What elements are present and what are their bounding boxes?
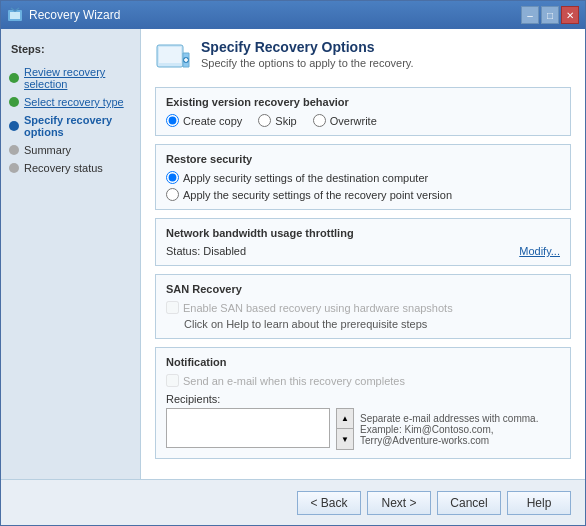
window-icon xyxy=(7,7,23,23)
back-button[interactable]: < Back xyxy=(297,491,361,515)
status-value: Disabled xyxy=(203,245,246,257)
san-recovery-checkbox-label: Enable SAN based recovery using hardware… xyxy=(183,302,453,314)
radio-apply-recovery-point[interactable]: Apply the security settings of the recov… xyxy=(166,188,560,201)
notification-checkbox[interactable]: Send an e-mail when this recovery comple… xyxy=(166,374,560,387)
sidebar-item-recovery-status[interactable]: Recovery status xyxy=(1,159,140,177)
recipients-row: ▲ ▼ Separate e-mail addresses with comma… xyxy=(166,408,560,450)
sidebar-item-label-recovery-status: Recovery status xyxy=(24,162,103,174)
minimize-button[interactable]: – xyxy=(521,6,539,24)
notification-checkbox-input[interactable] xyxy=(166,374,179,387)
sidebar-item-label-select-type[interactable]: Select recovery type xyxy=(24,96,124,108)
recipients-hint-line1: Separate e-mail addresses with comma. xyxy=(360,413,560,424)
title-bar: Recovery Wizard – □ ✕ xyxy=(1,1,585,29)
network-bandwidth-status: Status: Disabled xyxy=(166,245,246,257)
restore-security-title: Restore security xyxy=(166,153,560,165)
next-button[interactable]: Next > xyxy=(367,491,431,515)
page-subtitle: Specify the options to apply to the reco… xyxy=(201,57,414,69)
radio-apply-destination-label: Apply security settings of the destinati… xyxy=(183,172,428,184)
maximize-button[interactable]: □ xyxy=(541,6,559,24)
recipients-label: Recipients: xyxy=(166,393,560,405)
sidebar-item-review[interactable]: Review recovery selection xyxy=(1,63,140,93)
sidebar-item-select-type[interactable]: Select recovery type xyxy=(1,93,140,111)
window-title: Recovery Wizard xyxy=(29,8,120,22)
existing-version-title: Existing version recovery behavior xyxy=(166,96,560,108)
close-button[interactable]: ✕ xyxy=(561,6,579,24)
radio-skip[interactable]: Skip xyxy=(258,114,296,127)
help-button[interactable]: Help xyxy=(507,491,571,515)
notification-section: Notification Send an e-mail when this re… xyxy=(155,347,571,459)
recipients-textarea[interactable] xyxy=(166,408,330,448)
recipients-hint-line2: Example: Kim@Contoso.com, Terry@Adventur… xyxy=(360,424,560,446)
sidebar-item-label-review[interactable]: Review recovery selection xyxy=(24,66,130,90)
san-recovery-checkbox-input[interactable] xyxy=(166,301,179,314)
san-recovery-help-text: Click on Help to learn about the prerequ… xyxy=(184,318,560,330)
radio-skip-label: Skip xyxy=(275,115,296,127)
existing-version-section: Existing version recovery behavior Creat… xyxy=(155,87,571,136)
radio-apply-destination-input[interactable] xyxy=(166,171,179,184)
radio-overwrite[interactable]: Overwrite xyxy=(313,114,377,127)
network-bandwidth-title: Network bandwidth usage throttling xyxy=(166,227,560,239)
steps-label: Steps: xyxy=(1,39,140,63)
step-dot-review xyxy=(9,73,19,83)
san-recovery-title: SAN Recovery xyxy=(166,283,560,295)
step-dot-summary xyxy=(9,145,19,155)
restore-security-radio-stack: Apply security settings of the destinati… xyxy=(166,171,560,201)
step-dot-specify xyxy=(9,121,19,131)
radio-overwrite-label: Overwrite xyxy=(330,115,377,127)
svg-rect-3 xyxy=(159,47,181,63)
title-bar-controls: – □ ✕ xyxy=(521,6,579,24)
radio-apply-recovery-point-label: Apply the security settings of the recov… xyxy=(183,189,452,201)
step-dot-select-type xyxy=(9,97,19,107)
main-panel: Specify Recovery Options Specify the opt… xyxy=(141,29,585,479)
existing-version-radio-group: Create copy Skip Overwrite xyxy=(166,114,560,127)
page-title: Specify Recovery Options xyxy=(201,39,414,55)
spin-down-button[interactable]: ▼ xyxy=(337,429,353,449)
san-recovery-checkbox[interactable]: Enable SAN based recovery using hardware… xyxy=(166,301,560,314)
radio-create-copy-label: Create copy xyxy=(183,115,242,127)
radio-apply-recovery-point-input[interactable] xyxy=(166,188,179,201)
sidebar-item-label-specify: Specify recovery options xyxy=(24,114,130,138)
radio-skip-input[interactable] xyxy=(258,114,271,127)
radio-apply-destination[interactable]: Apply security settings of the destinati… xyxy=(166,171,560,184)
header-icon xyxy=(155,39,191,75)
recipients-spin-buttons: ▲ ▼ xyxy=(336,408,354,450)
footer: < Back Next > Cancel Help xyxy=(1,479,585,525)
san-recovery-section: SAN Recovery Enable SAN based recovery u… xyxy=(155,274,571,339)
radio-overwrite-input[interactable] xyxy=(313,114,326,127)
step-dot-recovery-status xyxy=(9,163,19,173)
recipients-hint: Separate e-mail addresses with comma. Ex… xyxy=(360,408,560,450)
modify-link[interactable]: Modify... xyxy=(519,245,560,257)
network-bandwidth-section: Network bandwidth usage throttling Statu… xyxy=(155,218,571,266)
header-text: Specify Recovery Options Specify the opt… xyxy=(201,39,414,69)
window: Recovery Wizard – □ ✕ Steps: Review reco… xyxy=(0,0,586,526)
cancel-button[interactable]: Cancel xyxy=(437,491,501,515)
notification-checkbox-label: Send an e-mail when this recovery comple… xyxy=(183,375,405,387)
spin-up-button[interactable]: ▲ xyxy=(337,409,353,429)
status-label: Status: xyxy=(166,245,203,257)
sidebar: Steps: Review recovery selection Select … xyxy=(1,29,141,479)
network-bandwidth-status-row: Status: Disabled Modify... xyxy=(166,245,560,257)
notification-title: Notification xyxy=(166,356,560,368)
restore-security-section: Restore security Apply security settings… xyxy=(155,144,571,210)
radio-create-copy[interactable]: Create copy xyxy=(166,114,242,127)
sidebar-item-specify[interactable]: Specify recovery options xyxy=(1,111,140,141)
content-area: Steps: Review recovery selection Select … xyxy=(1,29,585,479)
radio-create-copy-input[interactable] xyxy=(166,114,179,127)
sidebar-item-summary[interactable]: Summary xyxy=(1,141,140,159)
page-header: Specify Recovery Options Specify the opt… xyxy=(155,39,571,75)
sidebar-item-label-summary: Summary xyxy=(24,144,71,156)
svg-rect-1 xyxy=(10,12,20,19)
title-bar-left: Recovery Wizard xyxy=(7,7,120,23)
